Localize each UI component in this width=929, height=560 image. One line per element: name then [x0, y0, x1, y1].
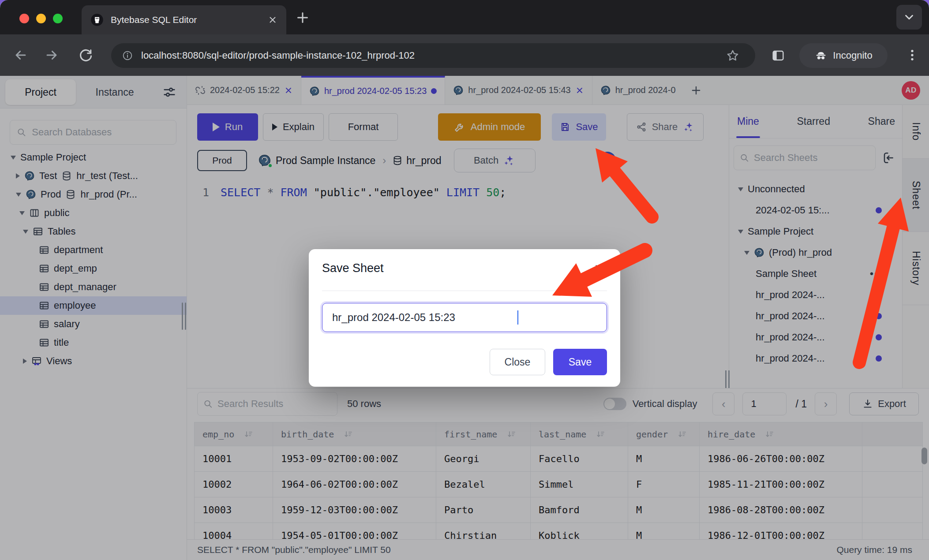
forward-icon[interactable] — [44, 48, 59, 63]
dialog-divider — [322, 291, 607, 291]
text-caret — [517, 310, 518, 325]
site-info-icon[interactable] — [122, 50, 133, 61]
side-panel-icon[interactable] — [771, 49, 785, 63]
maximize-window-button[interactable] — [53, 14, 63, 23]
browser-tab-title: Bytebase SQL Editor — [111, 15, 261, 25]
sheet-name-input[interactable] — [332, 311, 597, 324]
url-bar[interactable]: localhost:8080/sql-editor/prod-sample-in… — [111, 43, 755, 68]
save-sheet-dialog: Save Sheet Close Save — [309, 249, 620, 387]
minimize-window-button[interactable] — [36, 14, 46, 23]
reload-icon[interactable] — [78, 48, 93, 63]
browser-tab[interactable]: Bytebase SQL Editor — [82, 5, 286, 34]
incognito-badge: Incognito — [799, 43, 888, 68]
back-icon[interactable] — [13, 48, 28, 63]
new-tab-button[interactable] — [295, 10, 311, 26]
close-dialog-icon[interactable] — [593, 262, 606, 276]
dialog-save-button[interactable]: Save — [553, 349, 607, 375]
macos-traffic-lights — [19, 14, 63, 23]
bytebase-favicon — [90, 13, 104, 26]
incognito-label: Incognito — [833, 50, 872, 61]
incognito-icon — [814, 49, 828, 62]
browser-window: Bytebase SQL Editor localhost:8080/sql-e… — [0, 0, 929, 560]
tab-search-button[interactable] — [896, 5, 922, 30]
close-tab-icon[interactable] — [268, 15, 277, 25]
browser-menu-icon[interactable] — [905, 48, 919, 62]
screenshot-root: Bytebase SQL Editor localhost:8080/sql-e… — [0, 0, 929, 560]
dialog-title: Save Sheet — [322, 261, 384, 275]
browser-toolbar: localhost:8080/sql-editor/prod-sample-in… — [0, 34, 929, 76]
dialog-close-button[interactable]: Close — [490, 349, 545, 375]
bookmark-star-icon[interactable] — [726, 49, 740, 63]
browser-titlebar: Bytebase SQL Editor — [0, 0, 929, 34]
close-window-button[interactable] — [19, 14, 29, 23]
url-text: localhost:8080/sql-editor/prod-sample-in… — [141, 50, 415, 61]
chevron-down-icon — [903, 11, 916, 24]
sheet-name-field — [322, 303, 607, 332]
